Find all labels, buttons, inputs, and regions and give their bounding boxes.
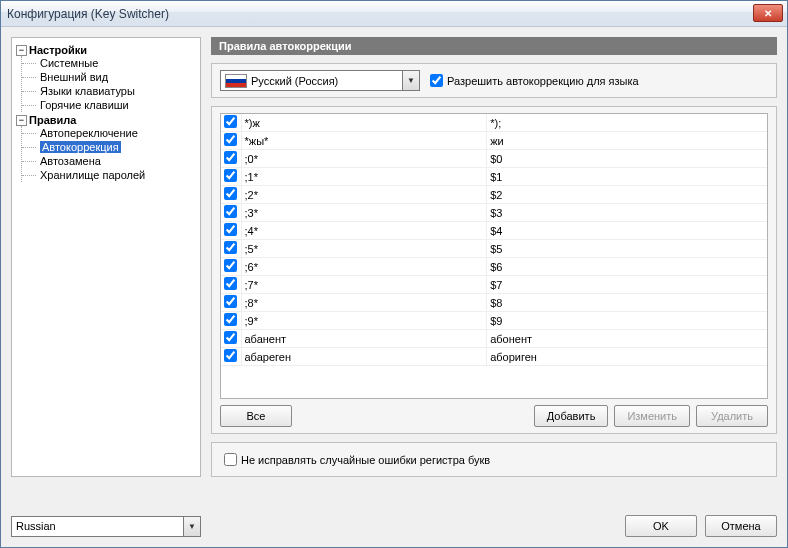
tree-group-caption[interactable]: − Правила xyxy=(16,114,196,126)
chevron-down-icon[interactable]: ▼ xyxy=(402,71,419,90)
rule-checkbox-cell[interactable] xyxy=(221,186,241,204)
case-fix-checkbox[interactable]: Не исправлять случайные ошибки регистра … xyxy=(224,453,764,466)
tree-item[interactable]: Внешний вид xyxy=(22,70,196,84)
table-row[interactable]: ;7*$7 xyxy=(221,276,767,294)
rule-from-cell[interactable]: ;2* xyxy=(241,186,487,204)
table-row[interactable]: ;0*$0 xyxy=(221,150,767,168)
rule-to-cell[interactable]: $4 xyxy=(487,222,767,240)
tree-item[interactable]: Автокоррекция xyxy=(22,140,196,154)
rule-checkbox-cell[interactable] xyxy=(221,150,241,168)
rule-from-cell[interactable]: ;7* xyxy=(241,276,487,294)
collapse-icon[interactable]: − xyxy=(16,115,27,126)
rule-checkbox-cell[interactable] xyxy=(221,132,241,150)
rule-from-cell[interactable]: ;1* xyxy=(241,168,487,186)
rule-from-cell[interactable]: ;8* xyxy=(241,294,487,312)
chevron-down-icon[interactable]: ▼ xyxy=(183,517,200,536)
rule-to-cell[interactable]: жи xyxy=(487,132,767,150)
add-button[interactable]: Добавить xyxy=(534,405,609,427)
rule-to-cell[interactable]: *); xyxy=(487,114,767,132)
tree-item[interactable]: Автопереключение xyxy=(22,126,196,140)
rule-enabled-checkbox[interactable] xyxy=(224,115,237,128)
table-row[interactable]: ;2*$2 xyxy=(221,186,767,204)
tree-item[interactable]: Горячие клавиши xyxy=(22,98,196,112)
tree-item[interactable]: Автозамена xyxy=(22,154,196,168)
rule-enabled-checkbox[interactable] xyxy=(224,187,237,200)
rule-to-cell[interactable]: $8 xyxy=(487,294,767,312)
rule-checkbox-cell[interactable] xyxy=(221,222,241,240)
rule-checkbox-cell[interactable] xyxy=(221,204,241,222)
rule-enabled-checkbox[interactable] xyxy=(224,205,237,218)
rule-enabled-checkbox[interactable] xyxy=(224,223,237,236)
table-row[interactable]: ;5*$5 xyxy=(221,240,767,258)
rule-to-cell[interactable]: абонент xyxy=(487,330,767,348)
rule-checkbox-cell[interactable] xyxy=(221,258,241,276)
language-combo[interactable]: Русский (Россия) ▼ xyxy=(220,70,420,91)
rule-to-cell[interactable]: $9 xyxy=(487,312,767,330)
edit-button[interactable]: Изменить xyxy=(614,405,690,427)
select-all-button[interactable]: Все xyxy=(220,405,292,427)
rule-from-cell[interactable]: ;4* xyxy=(241,222,487,240)
tree-item[interactable]: Системные xyxy=(22,56,196,70)
rule-from-cell[interactable]: ;9* xyxy=(241,312,487,330)
rule-from-cell[interactable]: ;3* xyxy=(241,204,487,222)
rule-from-cell[interactable]: абареген xyxy=(241,348,487,366)
close-button[interactable]: ✕ xyxy=(753,4,783,22)
case-fix-input[interactable] xyxy=(224,453,237,466)
table-row[interactable]: абарегенабориген xyxy=(221,348,767,366)
rule-enabled-checkbox[interactable] xyxy=(224,295,237,308)
table-row[interactable]: ;8*$8 xyxy=(221,294,767,312)
rule-to-cell[interactable]: $1 xyxy=(487,168,767,186)
table-row[interactable]: абанентабонент xyxy=(221,330,767,348)
table-row[interactable]: ;1*$1 xyxy=(221,168,767,186)
table-row[interactable]: ;3*$3 xyxy=(221,204,767,222)
rule-checkbox-cell[interactable] xyxy=(221,330,241,348)
rule-from-cell[interactable]: ;0* xyxy=(241,150,487,168)
table-row[interactable]: *жы*жи xyxy=(221,132,767,150)
rule-checkbox-cell[interactable] xyxy=(221,276,241,294)
allow-autocorrect-checkbox[interactable]: Разрешить автокоррекцию для языка xyxy=(430,74,639,87)
rule-from-cell[interactable]: *жы* xyxy=(241,132,487,150)
rule-enabled-checkbox[interactable] xyxy=(224,331,237,344)
rule-enabled-checkbox[interactable] xyxy=(224,277,237,290)
rule-to-cell[interactable]: абориген xyxy=(487,348,767,366)
rule-from-cell[interactable]: ;6* xyxy=(241,258,487,276)
rule-to-cell[interactable]: $7 xyxy=(487,276,767,294)
allow-autocorrect-input[interactable] xyxy=(430,74,443,87)
rule-enabled-checkbox[interactable] xyxy=(224,349,237,362)
rule-from-cell[interactable]: *)ж xyxy=(241,114,487,132)
table-row[interactable]: ;4*$4 xyxy=(221,222,767,240)
rule-checkbox-cell[interactable] xyxy=(221,294,241,312)
rule-to-cell[interactable]: $0 xyxy=(487,150,767,168)
rule-from-cell[interactable]: ;5* xyxy=(241,240,487,258)
collapse-icon[interactable]: − xyxy=(16,45,27,56)
rule-enabled-checkbox[interactable] xyxy=(224,151,237,164)
rule-to-cell[interactable]: $6 xyxy=(487,258,767,276)
delete-button[interactable]: Удалить xyxy=(696,405,768,427)
rule-to-cell[interactable]: $3 xyxy=(487,204,767,222)
rule-to-cell[interactable]: $2 xyxy=(487,186,767,204)
table-row[interactable]: *)ж*); xyxy=(221,114,767,132)
table-row[interactable]: ;9*$9 xyxy=(221,312,767,330)
ui-language-combo[interactable]: Russian ▼ xyxy=(11,516,201,537)
settings-tree[interactable]: − Настройки СистемныеВнешний видЯзыки кл… xyxy=(11,37,201,477)
rule-checkbox-cell[interactable] xyxy=(221,114,241,132)
rule-enabled-checkbox[interactable] xyxy=(224,313,237,326)
rule-enabled-checkbox[interactable] xyxy=(224,169,237,182)
rule-checkbox-cell[interactable] xyxy=(221,348,241,366)
table-row[interactable]: ;6*$6 xyxy=(221,258,767,276)
titlebar[interactable]: Конфигурация (Key Switcher) ✕ xyxy=(1,1,787,27)
ok-button[interactable]: OK xyxy=(625,515,697,537)
rule-checkbox-cell[interactable] xyxy=(221,240,241,258)
rule-enabled-checkbox[interactable] xyxy=(224,241,237,254)
cancel-button[interactable]: Отмена xyxy=(705,515,777,537)
tree-item[interactable]: Языки клавиатуры xyxy=(22,84,196,98)
rule-enabled-checkbox[interactable] xyxy=(224,133,237,146)
tree-item[interactable]: Хранилище паролей xyxy=(22,168,196,182)
rule-to-cell[interactable]: $5 xyxy=(487,240,767,258)
rules-scroll[interactable]: *)ж*);*жы*жи;0*$0;1*$1;2*$2;3*$3;4*$4;5*… xyxy=(221,114,767,398)
rule-checkbox-cell[interactable] xyxy=(221,312,241,330)
tree-group-caption[interactable]: − Настройки xyxy=(16,44,196,56)
rule-enabled-checkbox[interactable] xyxy=(224,259,237,272)
rule-checkbox-cell[interactable] xyxy=(221,168,241,186)
rule-from-cell[interactable]: абанент xyxy=(241,330,487,348)
